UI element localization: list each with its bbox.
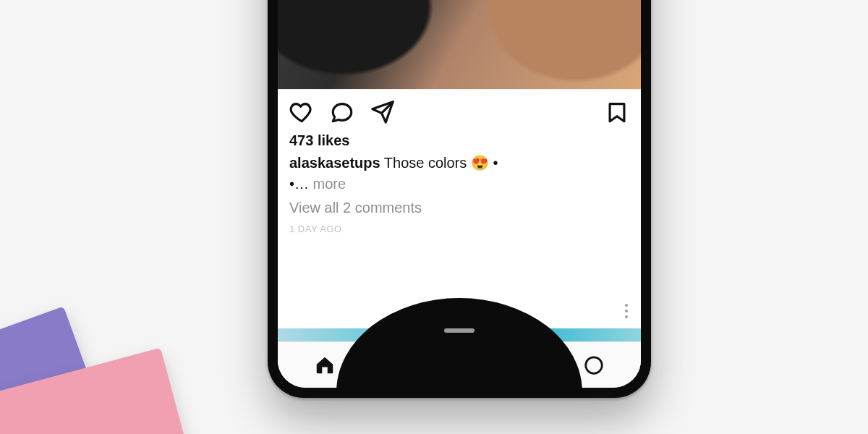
share-button[interactable]: [370, 100, 395, 124]
like-button[interactable]: [289, 100, 314, 124]
device-chin-notch: [336, 298, 582, 388]
comment-button[interactable]: [330, 100, 354, 124]
view-comments-link[interactable]: View all 2 comments: [289, 197, 629, 218]
post-image[interactable]: [278, 0, 641, 90]
phone-screen: 473 likes alaskasetups Those colors 😍 • …: [278, 0, 641, 388]
bookmark-icon: [605, 100, 629, 124]
nav-profile[interactable]: [582, 353, 606, 378]
svg-point-2: [586, 357, 603, 373]
likes-count[interactable]: 473 likes: [289, 130, 629, 151]
more-link[interactable]: more: [313, 176, 346, 192]
phone-device: 473 likes alaskasetups Those colors 😍 • …: [268, 0, 651, 398]
heart-icon: [289, 100, 314, 124]
post-meta: 473 likes alaskasetups Those colors 😍 • …: [278, 130, 641, 245]
home-indicator[interactable]: [444, 328, 475, 333]
post-caption[interactable]: alaskasetups Those colors 😍 •: [289, 153, 629, 174]
post-username[interactable]: alaskasetups: [289, 155, 380, 171]
overflow-menu-button[interactable]: [625, 304, 628, 318]
caption-line2-prefix: •…: [289, 176, 313, 192]
caption-text: Those colors 😍 •: [384, 155, 498, 171]
post-actions: [278, 90, 641, 130]
post-timestamp: 1 DAY AGO: [289, 223, 629, 237]
post-caption-line2[interactable]: •… more: [289, 174, 629, 195]
save-button[interactable]: [605, 100, 629, 124]
nav-home[interactable]: [312, 353, 337, 378]
home-icon: [314, 354, 336, 376]
comment-icon: [330, 100, 354, 124]
share-icon: [370, 100, 395, 124]
profile-icon: [583, 354, 605, 376]
